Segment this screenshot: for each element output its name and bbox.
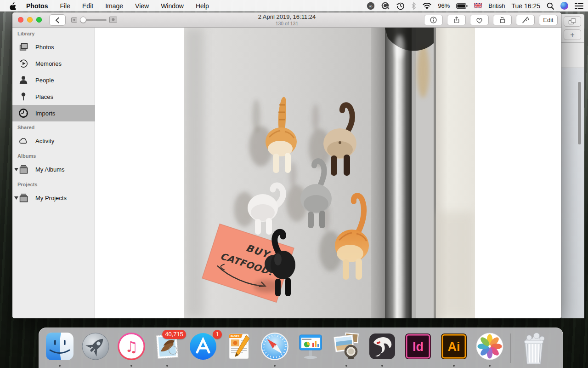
battery-percent: 96% bbox=[438, 2, 450, 9]
dock-item-indesign[interactable]: Id bbox=[400, 332, 436, 368]
fridge-cat-magnets-photo[interactable]: BUY CATFOOD! bbox=[184, 28, 475, 318]
menu-file[interactable]: File bbox=[60, 2, 70, 10]
dock-item-pages[interactable]: PAGES bbox=[221, 332, 257, 368]
indesign-icon: Id bbox=[403, 332, 433, 361]
menu-bar: Photos File Edit Image View Window Help … bbox=[0, 0, 588, 12]
menu-window[interactable]: Window bbox=[161, 2, 184, 10]
sync-status-icon[interactable] bbox=[381, 2, 390, 10]
share-icon bbox=[453, 16, 460, 24]
photo-content-area: BUY CATFOOD! bbox=[95, 28, 561, 318]
window-titlebar: 2 April 2019, 16:11:24 130 of 131 Edit bbox=[12, 12, 561, 28]
sidebar-header-albums: Albums bbox=[17, 153, 36, 159]
keynote-icon bbox=[296, 332, 325, 361]
svg-text:∞: ∞ bbox=[369, 3, 373, 8]
launchpad-icon bbox=[81, 332, 110, 361]
edit-button[interactable]: Edit bbox=[539, 15, 558, 25]
dock-item-preview[interactable] bbox=[328, 332, 364, 368]
photos-stack-icon bbox=[18, 42, 28, 52]
dock-item-launchpad[interactable] bbox=[78, 332, 113, 368]
sidebar-header-library: Library bbox=[17, 31, 34, 36]
tab-overview-button[interactable] bbox=[564, 16, 581, 27]
sidebar-item-my-projects[interactable]: My Projects bbox=[12, 190, 95, 206]
dock-item-app-store[interactable]: 1 bbox=[185, 332, 221, 368]
sidebar-label: Photos bbox=[35, 44, 54, 51]
creative-cloud-icon[interactable]: ∞ bbox=[367, 2, 375, 10]
notification-center-icon[interactable] bbox=[575, 3, 583, 9]
apple-logo-icon bbox=[9, 2, 16, 10]
sidebar-item-photos[interactable]: Photos bbox=[12, 39, 95, 55]
menu-bar-clock[interactable]: Tue 16:25 bbox=[511, 2, 540, 10]
menu-view[interactable]: View bbox=[135, 2, 149, 10]
pages-banner-text: PAGES bbox=[231, 335, 239, 338]
sidebar-label: Memories bbox=[35, 60, 62, 67]
sidebar-label: Imports bbox=[35, 110, 55, 117]
sidebar-item-my-albums[interactable]: My Albums bbox=[12, 161, 95, 178]
running-indicator bbox=[130, 365, 132, 367]
spotlight-search-icon[interactable] bbox=[547, 2, 554, 10]
info-icon bbox=[430, 16, 437, 24]
sidebar-label: My Projects bbox=[35, 195, 67, 201]
memories-replay-icon bbox=[18, 58, 28, 69]
share-button[interactable] bbox=[447, 15, 466, 25]
menu-app-name[interactable]: Photos bbox=[26, 2, 48, 10]
battery-icon[interactable] bbox=[456, 3, 468, 9]
sidebar-label: Activity bbox=[35, 138, 54, 144]
sidebar-item-activity[interactable]: Activity bbox=[12, 132, 95, 149]
time-machine-icon[interactable] bbox=[396, 2, 405, 10]
toolbar-actions: Edit bbox=[424, 15, 558, 25]
mail-badge: 40,715 bbox=[162, 330, 186, 339]
uk-flag-icon[interactable] bbox=[474, 3, 482, 8]
places-pin-icon bbox=[18, 92, 28, 102]
menu-bar-status: ∞ 96% British Tue 16:25 bbox=[367, 0, 583, 12]
info-button[interactable] bbox=[424, 15, 443, 25]
favorite-button[interactable] bbox=[470, 15, 489, 25]
disclosure-triangle-icon[interactable] bbox=[14, 168, 19, 171]
itunes-icon: ♫ bbox=[117, 332, 146, 361]
dock-item-mail[interactable]: 40,715 bbox=[149, 332, 185, 368]
sidebar-item-people[interactable]: People bbox=[12, 72, 95, 88]
menu-edit[interactable]: Edit bbox=[82, 2, 93, 10]
divider bbox=[561, 68, 584, 68]
dock-item-illustrator[interactable]: Ai bbox=[436, 332, 472, 368]
running-indicator bbox=[274, 365, 276, 367]
dock-item-rhinoceros[interactable] bbox=[364, 332, 400, 368]
dock-item-finder[interactable] bbox=[42, 332, 78, 368]
wifi-icon[interactable] bbox=[423, 3, 431, 9]
sidebar-label: People bbox=[35, 77, 54, 84]
photos-app-icon bbox=[475, 332, 504, 361]
rotate-button[interactable] bbox=[493, 15, 512, 25]
running-indicator bbox=[489, 365, 491, 367]
dock-separator bbox=[508, 332, 513, 368]
running-indicator bbox=[345, 365, 347, 367]
sidebar-item-memories[interactable]: Memories bbox=[12, 55, 95, 72]
divider bbox=[561, 42, 584, 43]
enhance-button[interactable] bbox=[516, 15, 535, 25]
dock-item-itunes[interactable]: ♫ bbox=[113, 332, 149, 368]
dock-item-photos[interactable] bbox=[472, 332, 508, 368]
dock-item-trash[interactable] bbox=[513, 332, 554, 368]
input-source-label[interactable]: British bbox=[488, 2, 505, 9]
illustrator-icon: Ai bbox=[439, 332, 469, 361]
running-indicator bbox=[381, 365, 383, 367]
dock-item-keynote[interactable] bbox=[293, 332, 328, 368]
background-scrollbar-thumb[interactable] bbox=[578, 82, 581, 144]
imports-clock-icon bbox=[18, 108, 28, 118]
menu-image[interactable]: Image bbox=[105, 2, 123, 10]
running-indicator bbox=[59, 365, 61, 367]
menu-help[interactable]: Help bbox=[196, 2, 209, 10]
rhinoceros-icon bbox=[368, 332, 397, 361]
dock-item-safari[interactable] bbox=[257, 332, 293, 368]
app-store-badge: 1 bbox=[213, 330, 222, 339]
sidebar-item-places[interactable]: Places bbox=[12, 88, 95, 105]
new-tab-button[interactable]: + bbox=[564, 29, 581, 40]
siri-icon[interactable] bbox=[560, 2, 568, 10]
tab-overview-icon bbox=[568, 18, 577, 25]
sidebar-item-imports[interactable]: Imports bbox=[12, 105, 95, 121]
desktop: { "menu_bar": { "app_name": "Photos", "m… bbox=[0, 0, 588, 368]
apple-menu[interactable] bbox=[9, 2, 16, 10]
preview-icon bbox=[332, 332, 361, 361]
activity-cloud-icon bbox=[18, 136, 28, 146]
bluetooth-icon[interactable] bbox=[411, 2, 416, 10]
disclosure-triangle-icon[interactable] bbox=[14, 196, 19, 200]
background-window-edge: + bbox=[561, 14, 584, 318]
